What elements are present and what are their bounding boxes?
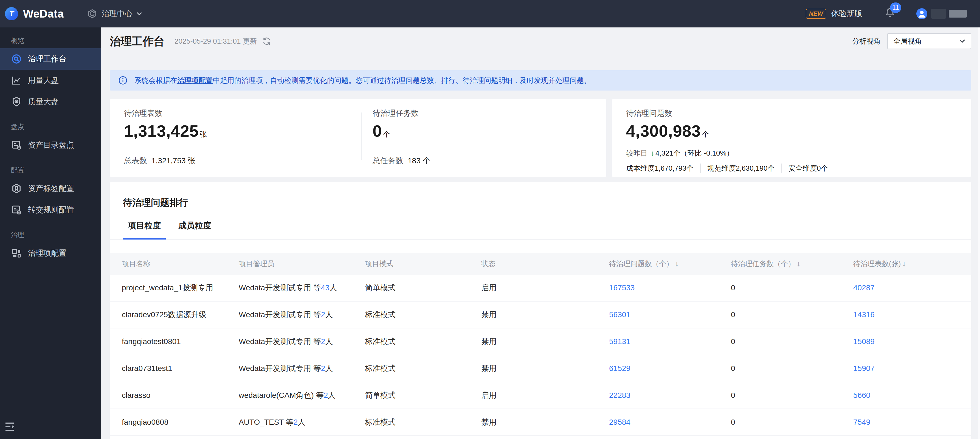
admin-count-link[interactable]: 2	[321, 310, 325, 319]
analysis-view-label: 分析视角	[852, 37, 881, 46]
updated-timestamp: 2025-05-29 01:31:01 更新	[175, 37, 257, 46]
brand-name: WeData	[23, 8, 64, 20]
total-label: 总任务数	[372, 156, 403, 165]
sidebar-item-label: 治理项配置	[28, 248, 67, 258]
sidebar-section-inventory: 盘点	[0, 122, 101, 131]
tab-project-granularity[interactable]: 项目粒度	[123, 220, 166, 240]
transfer-rule-icon	[11, 204, 22, 215]
stat-unit: 个	[702, 130, 709, 138]
try-new-version-link[interactable]: 体验新版	[831, 8, 862, 19]
chevron-down-icon	[137, 12, 142, 15]
cost-dimension: 成本维度1,670,793个	[626, 164, 700, 173]
sidebar-item-governance-item-config[interactable]: 治理项配置	[0, 243, 101, 264]
pending-issues-card: 待治理问题数 4,300,983个 较昨日↓4,321个（环比 -0.10%） …	[612, 99, 971, 177]
scrollbar-track[interactable]	[978, 27, 980, 439]
usage-dashboard-icon	[11, 75, 22, 86]
pending-tasks-value: 0	[731, 418, 853, 427]
sidebar-item-asset-catalog-inventory[interactable]: 资产目录盘点	[0, 134, 101, 156]
table-row: fangqiao0808 AUTO_TEST 等2人 标准模式 禁用 29584…	[110, 409, 971, 436]
admin-count-link[interactable]: 2	[324, 391, 328, 399]
tables-tasks-card: 待治理表数 1,313,425张 总表数1,321,753 张 待治理任务数 0…	[110, 99, 606, 177]
person-icon	[916, 8, 928, 19]
pending-tables-link[interactable]: 15089	[853, 337, 875, 346]
sidebar-item-governance-workbench[interactable]: 治理工作台	[0, 48, 101, 70]
total-label: 总表数	[124, 156, 147, 165]
notifications-button[interactable]: 11	[885, 7, 895, 20]
project-admin: AUTO_TEST 等2人	[239, 417, 365, 428]
col-pending-tasks[interactable]: 待治理任务数（个）↓	[731, 259, 853, 269]
stat-label: 待治理表数	[124, 108, 361, 119]
project-status: 禁用	[481, 363, 609, 374]
project-mode: 简单模式	[365, 390, 481, 401]
pending-issues-link[interactable]: 167533	[609, 283, 635, 292]
pending-tasks-value: 0	[731, 337, 853, 346]
admin-count-link[interactable]: 2	[321, 364, 325, 372]
sidebar-item-quality-dashboard[interactable]: 质量大盘	[0, 91, 101, 113]
user-name-redacted	[931, 9, 946, 19]
ranking-title: 待治理问题排行	[123, 196, 958, 209]
governance-item-config-link[interactable]: 治理项配置	[177, 76, 213, 84]
stat-label: 待治理任务数	[372, 108, 431, 119]
pending-issues-link[interactable]: 56301	[609, 310, 630, 319]
user-avatar[interactable]	[916, 8, 928, 19]
stat-unit: 张	[200, 130, 207, 138]
project-mode: 简单模式	[365, 283, 481, 293]
pending-tables-link[interactable]: 15907	[853, 364, 875, 372]
sidebar-item-label: 用量大盘	[28, 75, 59, 86]
project-admin: Wedata开发测试专用 等43人	[239, 283, 365, 293]
pending-issues-value: 4,300,983	[626, 122, 701, 140]
project-status: 启用	[481, 283, 609, 293]
total-value: 1,321,753 张	[151, 156, 195, 165]
admin-count-link[interactable]: 43	[321, 283, 329, 292]
sidebar-item-transfer-rule-config[interactable]: 转交规则配置	[0, 199, 101, 221]
project-name: fangqiaotest0801	[122, 337, 239, 346]
admin-count-link[interactable]: 2	[321, 337, 325, 346]
analysis-view-select[interactable]: 全局视角	[887, 33, 971, 49]
pending-issues-link[interactable]: 29584	[609, 418, 630, 426]
banner-text-after: 中起用的治理项，自动检测需要优化的问题。您可通过待治理问题总数、排行、待治理问题…	[213, 76, 591, 84]
project-name: clara0731test1	[122, 364, 239, 373]
sidebar-item-usage-dashboard[interactable]: 用量大盘	[0, 70, 101, 91]
pending-tables-link[interactable]: 5660	[853, 391, 870, 399]
project-status: 禁用	[481, 336, 609, 347]
analysis-view-wrap: 分析视角 全局视角	[852, 33, 971, 49]
nav-governance-center-menu[interactable]: 治理中心	[87, 8, 142, 19]
total-tables-line: 总表数1,321,753 张	[124, 156, 361, 166]
user-info-redacted	[949, 10, 967, 17]
col-pending-issues[interactable]: 待治理问题数（个）↓	[609, 259, 731, 269]
sidebar-collapse-button[interactable]	[5, 423, 19, 434]
col-status: 状态	[481, 259, 609, 269]
refresh-button[interactable]	[262, 37, 271, 45]
sidebar: 概览 治理工作台 用量大盘	[0, 27, 101, 439]
chevron-down-icon	[959, 39, 965, 43]
navbar-right: NEW 体验新版 11	[806, 7, 980, 20]
tab-member-granularity[interactable]: 成员粒度	[173, 220, 216, 240]
pending-issues-link[interactable]: 59131	[609, 337, 630, 346]
governance-item-icon	[11, 248, 22, 259]
admin-count-link[interactable]: 2	[294, 418, 298, 426]
stat-value-line: 1,313,425张	[124, 122, 361, 143]
pending-tables-value: 1,313,425	[124, 122, 199, 140]
asset-tag-icon	[11, 183, 22, 194]
sidebar-section-overview: 概览	[0, 36, 101, 45]
pending-tables-link[interactable]: 7549	[853, 418, 870, 426]
sidebar-section-governance: 治理	[0, 231, 101, 239]
total-value: 183 个	[408, 156, 431, 165]
banner-text-before: 系统会根据在	[134, 76, 177, 84]
table-row: claradev0725数据源升级 Wedata开发测试专用 等2人 标准模式 …	[110, 302, 971, 328]
pending-tasks-stat: 待治理任务数 0个 总任务数183 个	[361, 108, 431, 177]
pending-issues-link[interactable]: 22283	[609, 391, 630, 399]
col-project-admin: 项目管理员	[239, 259, 365, 269]
pending-issues-link[interactable]: 61529	[609, 364, 630, 372]
app: T WeData 治理中心 NEW 体验新版	[0, 0, 980, 439]
pending-tables-link[interactable]: 40287	[853, 283, 875, 292]
sidebar-item-asset-tag-config[interactable]: 资产标签配置	[0, 178, 101, 199]
pending-tables-link[interactable]: 14316	[853, 310, 875, 319]
project-admin: wedatarole(CAM角色) 等2人	[239, 390, 365, 401]
stat-value-line: 4,300,983个	[626, 122, 971, 143]
stat-value-line: 0个	[372, 122, 431, 143]
table-row: clarasso wedatarole(CAM角色) 等2人 简单模式 启用 2…	[110, 382, 971, 409]
delta-note: （环比 -0.10%）	[680, 149, 733, 157]
info-icon	[119, 76, 127, 85]
col-pending-tables[interactable]: 待治理表数(张)↓	[853, 259, 971, 269]
